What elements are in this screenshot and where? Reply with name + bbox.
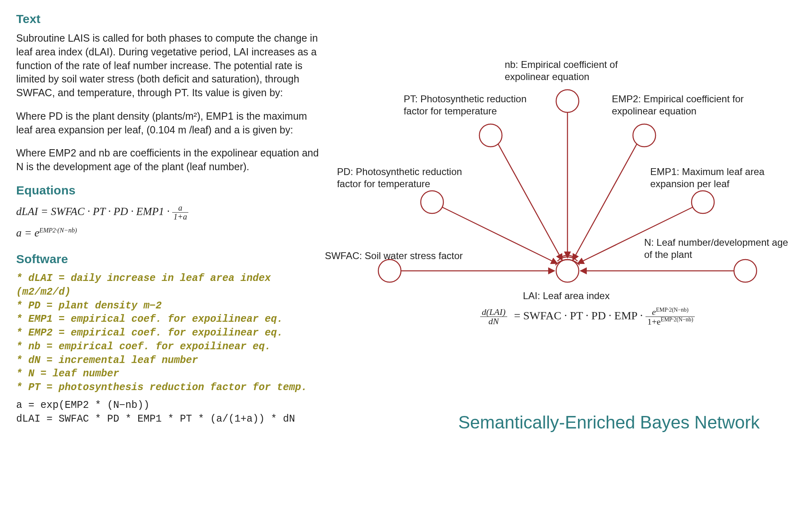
text-paragraph-1: Subroutine LAIS is called for both phase… [16,32,321,100]
center-node-icon [556,260,579,282]
node-n-label: N: Leaf number/development age of the pl… [644,236,794,261]
software-code: a = exp(EMP2 * (N−nb)) dLAI = SWFAC * PD… [16,399,321,426]
node-pd-icon [421,191,443,213]
node-emp1-icon [692,191,714,213]
left-column: Text Subroutine LAIS is called for both … [16,12,337,503]
diagram-title: Semantically-Enriched Bayes Network [458,412,760,433]
node-emp2-label: EMP2: Empirical coefficient for expoline… [612,93,749,117]
eq3-rhs-den: 1+eEMP·2(N−nb) [645,317,695,326]
node-swfac-icon [378,260,401,282]
software-comments: * dLAI = daily increase in leaf area ind… [16,272,321,395]
diagram-equation: d(LAI) dN = SWFAC · PT · PD · EMP · eEMP… [422,307,753,327]
node-nb-label: nb: Empirical coefficient of expolinear … [505,59,654,83]
edge-pt [497,141,562,260]
software-heading: Software [16,252,321,266]
right-column: nb: Empirical coefficient of expolinear … [337,12,796,503]
node-emp1-label: EMP1: Maximum leaf area expansion per le… [650,166,800,190]
text-paragraph-2: Where PD is the plant density (plants/m²… [16,110,321,137]
node-pt-label: PT: Photosynthetic reduction factor for … [404,93,541,117]
eq3-mid: = SWFAC · PT · PD · EMP · [514,309,646,322]
equation-dlai: dLAI = SWFAC · PT · PD · EMP1 · a1+a [16,203,321,221]
text-paragraph-3: Where EMP2 and nb are coefficients in th… [16,146,321,174]
equations-heading: Equations [16,184,321,197]
eq3-lhs-den: dN [480,317,507,326]
node-nb-icon [556,90,579,112]
text-heading: Text [16,12,321,26]
eq1-fraction: a1+a [172,204,188,221]
node-pd-label: PD: Photosynthetic reduction factor for … [337,166,487,190]
eq3-rhs-frac: eEMP·2(N−nb) 1+eEMP·2(N−nb) [645,307,695,327]
eq1-den: 1+a [172,213,188,221]
eq3-lhs-frac: d(LAI) dN [480,308,507,326]
equation-a: a = eEMP2·(N−nb) [16,224,321,242]
eq1-lhs: dLAI = SWFAC · PT · PD · EMP1 · [16,205,172,217]
node-pt-icon [479,124,502,147]
page-root: Text Subroutine LAIS is called for both … [0,0,812,515]
center-node-label: LAI: Leaf area index [523,290,610,302]
edge-emp2 [573,141,638,260]
node-swfac-label: SWFAC: Soil water stress factor [325,250,487,262]
eq2-exp: EMP2·(N−nb) [39,227,77,234]
eq1-num: a [172,204,188,213]
eq3-lhs-num: d(LAI) [480,308,507,317]
node-emp2-icon [633,124,656,147]
eq3-rhs-num: eEMP·2(N−nb) [645,307,695,317]
eq2-lhs: a = e [16,227,39,239]
node-n-icon [734,260,757,282]
